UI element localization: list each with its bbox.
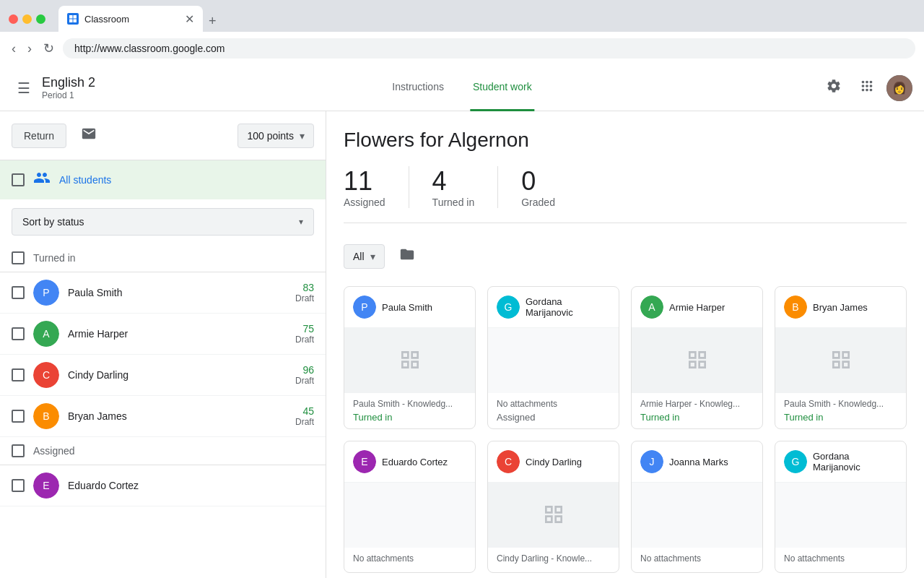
mail-button[interactable] bbox=[75, 120, 103, 151]
card-avatar: A bbox=[640, 296, 663, 319]
grade-value: 75 bbox=[295, 323, 314, 335]
assignment-title: Flowers for Algernon bbox=[344, 129, 907, 152]
card-status: Turned in bbox=[784, 412, 897, 423]
student-card[interactable]: P Paula Smith Paula Smith - Knowledg... … bbox=[344, 286, 476, 429]
card-header: J Joanna Marks bbox=[632, 441, 762, 483]
card-filename: Cindy Darling - Knowle... bbox=[497, 553, 610, 564]
nav-actions: 👩 bbox=[820, 72, 912, 103]
card-status: Assigned bbox=[497, 412, 610, 423]
browser-titlebar: Classroom ✕ + bbox=[0, 0, 924, 32]
return-button[interactable]: Return bbox=[12, 124, 66, 148]
browser-tab[interactable]: Classroom ✕ bbox=[58, 6, 203, 32]
card-status: Turned in bbox=[353, 412, 466, 423]
apps-button[interactable] bbox=[853, 72, 881, 103]
student-card[interactable]: B Bryan James Paula Smith - Knowledg... … bbox=[775, 286, 907, 429]
section-turned-in: Turned in bbox=[0, 244, 326, 272]
student-row[interactable]: C Cindy Darling 96 Draft bbox=[0, 355, 326, 396]
student-checkbox[interactable] bbox=[12, 368, 25, 381]
student-row[interactable]: B Bryan James 45 Draft bbox=[0, 396, 326, 437]
section-turned-in-checkbox[interactable] bbox=[12, 251, 25, 264]
sort-select[interactable]: Sort by status ▾ bbox=[12, 208, 314, 236]
student-row[interactable]: P Paula Smith 83 Draft bbox=[0, 272, 326, 314]
grade-status: Draft bbox=[295, 417, 314, 427]
dot-yellow[interactable] bbox=[22, 14, 32, 24]
student-card[interactable]: J Joanna Marks No attachments bbox=[631, 441, 763, 573]
tab-close-button[interactable]: ✕ bbox=[185, 12, 194, 26]
section-assigned-checkbox[interactable] bbox=[12, 444, 25, 457]
student-avatar: P bbox=[33, 280, 59, 306]
app: ☰ English 2 Period 1 Instructions Studen… bbox=[0, 65, 924, 578]
grade-value: 96 bbox=[295, 364, 314, 376]
section-assigned: Assigned bbox=[0, 437, 326, 465]
card-filename: No attachments bbox=[497, 399, 610, 409]
card-avatar: G bbox=[784, 450, 807, 473]
student-row[interactable]: A Armie Harper 75 Draft bbox=[0, 314, 326, 355]
card-footer: No attachments bbox=[775, 548, 906, 572]
avatar-circle: E bbox=[33, 473, 59, 499]
points-dropdown[interactable]: 100 points ▾ bbox=[237, 124, 314, 148]
stats-row: 11 Assigned 4 Turned in 0 Graded bbox=[344, 166, 907, 223]
svg-rect-1 bbox=[74, 15, 77, 19]
stat-graded: 0 Graded bbox=[521, 166, 578, 208]
student-checkbox[interactable] bbox=[12, 410, 25, 423]
student-card[interactable]: E Eduardo Cortez No attachments bbox=[344, 441, 476, 573]
student-checkbox[interactable] bbox=[12, 479, 25, 492]
tab-instructions[interactable]: Instructions bbox=[389, 65, 447, 111]
student-card[interactable]: G Gordana Marijanovic No attachments bbox=[775, 441, 907, 573]
card-header: A Armie Harper bbox=[632, 287, 762, 328]
card-thumb-icon bbox=[542, 503, 565, 528]
student-grade: 75 Draft bbox=[295, 323, 314, 345]
student-avatar: A bbox=[33, 321, 59, 347]
student-checkbox[interactable] bbox=[12, 286, 25, 299]
filter-select[interactable]: All ▾ bbox=[344, 244, 385, 269]
student-card[interactable]: C Cindy Darling Cindy Darling - Knowle..… bbox=[487, 441, 619, 573]
student-name: Paula Smith bbox=[68, 287, 287, 298]
stat-graded-number: 0 bbox=[521, 166, 555, 197]
dot-green[interactable] bbox=[36, 14, 45, 24]
student-card[interactable]: A Armie Harper Armie Harper - Knowleg...… bbox=[631, 286, 763, 429]
grade-value: 45 bbox=[295, 405, 314, 417]
card-footer: Cindy Darling - Knowle... bbox=[488, 548, 619, 572]
new-tab-button[interactable]: + bbox=[206, 11, 219, 32]
avatar-circle: A bbox=[33, 321, 59, 347]
hamburger-button[interactable]: ☰ bbox=[12, 74, 36, 103]
card-header: C Cindy Darling bbox=[488, 441, 619, 483]
back-button[interactable]: ‹ bbox=[9, 38, 19, 59]
student-name: Bryan James bbox=[68, 410, 287, 422]
points-dropdown-arrow: ▾ bbox=[300, 130, 305, 142]
card-avatar: J bbox=[640, 450, 663, 473]
refresh-button[interactable]: ↻ bbox=[40, 38, 57, 59]
folder-button[interactable] bbox=[393, 241, 421, 272]
class-period: Period 1 bbox=[42, 90, 95, 100]
browser-tab-bar: Classroom ✕ + bbox=[58, 6, 219, 32]
sidebar: Return 100 points ▾ All students bbox=[0, 111, 326, 578]
dot-red[interactable] bbox=[9, 14, 18, 24]
cards-grid: P Paula Smith Paula Smith - Knowledg... … bbox=[344, 286, 907, 573]
card-header: B Bryan James bbox=[775, 287, 906, 328]
student-checkbox[interactable] bbox=[12, 327, 25, 340]
stat-assigned-number: 11 bbox=[344, 166, 385, 197]
card-student-name: Gordana Marijanovic bbox=[813, 451, 897, 473]
all-students-row[interactable]: All students bbox=[0, 160, 326, 199]
settings-button[interactable] bbox=[820, 72, 847, 103]
forward-button[interactable]: › bbox=[25, 38, 35, 59]
card-footer: No attachments bbox=[632, 548, 762, 572]
all-students-checkbox[interactable] bbox=[12, 173, 25, 186]
tab-favicon bbox=[67, 13, 79, 25]
student-list: Turned in P Paula Smith 83 Draft bbox=[0, 244, 326, 578]
grade-status: Draft bbox=[295, 335, 314, 345]
filter-row: All ▾ bbox=[344, 241, 907, 272]
tab-student-work[interactable]: Student work bbox=[470, 65, 535, 111]
stat-turned-in: 4 Turned in bbox=[432, 166, 499, 208]
card-avatar-circle: G bbox=[784, 450, 807, 473]
card-thumbnail bbox=[344, 483, 475, 548]
student-card[interactable]: G Gordana Marijanovic No attachments Ass… bbox=[487, 286, 619, 429]
all-students-label[interactable]: All students bbox=[59, 174, 111, 186]
address-input[interactable] bbox=[63, 38, 915, 59]
card-thumbnail bbox=[632, 328, 762, 393]
card-footer: Armie Harper - Knowleg... Turned in bbox=[632, 393, 762, 428]
class-name: English 2 bbox=[42, 75, 95, 90]
user-avatar[interactable]: 👩 bbox=[886, 75, 912, 101]
student-row[interactable]: E Eduardo Cortez bbox=[0, 465, 326, 506]
stat-assigned: 11 Assigned bbox=[344, 166, 409, 208]
